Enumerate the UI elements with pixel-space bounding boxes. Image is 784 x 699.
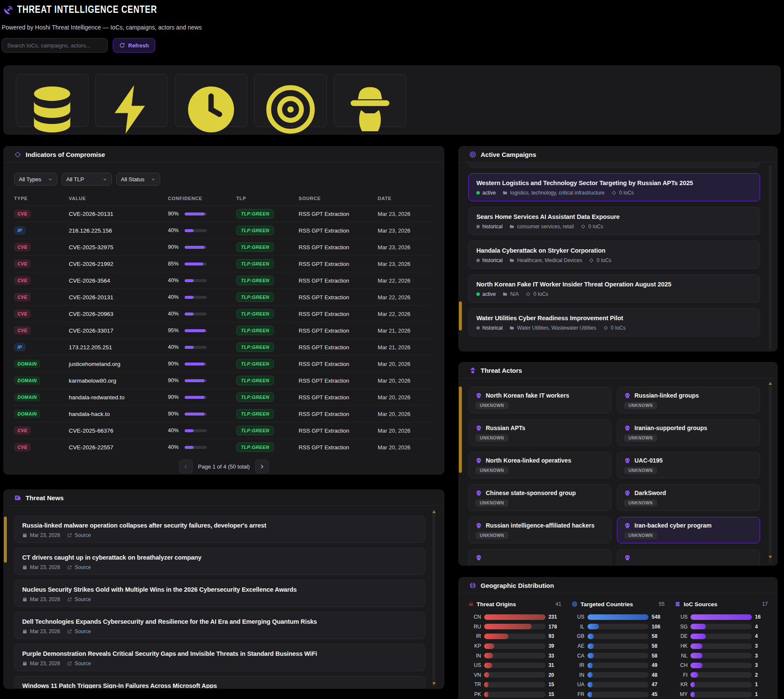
news-scrollbar[interactable] [432,509,435,687]
actor-card[interactable]: UAC-0195 UNKNOWN [617,452,760,478]
campaign-card[interactable]: Water Utilities Cyber Readiness Improvem… [468,308,760,336]
actor-card[interactable] [468,549,611,565]
type-badge: DOMAIN [14,376,40,385]
news-source-link[interactable]: Source [67,564,91,570]
scroll-up-arrow-icon[interactable] [432,510,436,513]
folder-icon [509,224,514,229]
scroll-down-arrow-icon[interactable] [432,682,436,685]
table-row[interactable]: CVE CVE-2026-21992 85% TLP:GREEN RSS GPT… [14,255,434,272]
news-card[interactable]: Windows 11 Patch Triggers Sign-In Failur… [14,676,425,688]
refresh-button[interactable]: Refresh [113,38,155,53]
ioc-date: Mar 20, 2026 [378,411,434,417]
type-badge: DOMAIN [14,360,40,368]
news-card[interactable]: Nucleus Security Strikes Gold with Multi… [14,580,425,607]
geo-bar-row: UA47 [572,680,665,690]
skull-icon [624,490,631,496]
scroll-down-arrow-icon[interactable] [769,556,772,558]
table-row[interactable]: DOMAIN karmabelow80.org 90% TLP:GREEN RS… [14,372,434,389]
pagination: Page 1 of 4 (50 total) [14,460,434,473]
bar [587,682,593,687]
table-row[interactable]: CVE CVE-2026-33017 95% TLP:GREEN RSS GPT… [14,322,434,339]
campaign-card[interactable]: Sears Home Services AI Assistant Data Ex… [468,207,760,235]
table-row[interactable]: DOMAIN handala-redwanted.to 90% TLP:GREE… [14,389,434,405]
news-source-link[interactable]: Source [67,532,91,538]
tlp-badge: TLP:GREEN [236,326,274,335]
skull-icon [476,457,482,464]
table-row[interactable]: CVE CVE-2026-20963 40% TLP:GREEN RSS GPT… [14,305,434,322]
table-row[interactable]: CVE CVE-2026-22557 40% TLP:GREEN RSS GPT… [14,439,434,455]
campaign-card[interactable]: North Korean Fake IT Worker Insider Thre… [468,274,760,303]
ioc-source: RSS GPT Extraction [299,394,378,401]
actor-card[interactable]: Russian APTs UNKNOWN [468,419,611,446]
actors-scrollbar-thumb[interactable] [459,386,462,473]
search-input[interactable] [2,38,108,53]
table-row[interactable]: CVE CVE-2026-20131 40% TLP:GREEN RSS GPT… [14,289,434,305]
ioc-value: CVE-2025-32975 [69,244,168,251]
target-icon [261,133,320,135]
confidence-pct: 90% [168,394,181,400]
table-row[interactable]: IP 173.212.205.251 40% TLP:GREEN RSS GPT… [14,339,434,355]
tlp-filter-select[interactable]: All TLP [62,173,112,186]
news-card[interactable]: Purple Demonstration Reveals Critical Se… [14,644,425,671]
confidence-bar [185,296,207,299]
news-card[interactable]: Dell Technologies Expands Cybersecurity … [14,612,425,639]
campaign-card[interactable]: Western Logistics and Technology Sector … [468,173,760,201]
ioc-source: RSS GPT Extraction [299,361,378,367]
geo-chart-targeted-countries: Targeted Countries 55 US548 IL106 GB58 A… [572,599,665,699]
news-source-link[interactable]: Source [67,661,91,667]
news-card[interactable]: Russia-linked malware operation collapse… [14,516,425,543]
table-row[interactable]: DOMAIN handala-hack.to 90% TLP:GREEN RSS… [14,405,434,422]
table-row[interactable]: IP 216.126.225.156 40% TLP:GREEN RSS GPT… [14,222,434,239]
next-page-button[interactable] [255,460,269,473]
campaign-iocs: 0 IoCs [596,257,611,263]
ioc-source: RSS GPT Extraction [299,227,378,234]
ioc-source: RSS GPT Extraction [299,411,378,417]
actor-card[interactable]: Russian-linked groups UNKNOWN [617,387,760,413]
crosshair-icon [589,258,594,263]
type-filter-select[interactable]: All Types [14,173,57,186]
geo-chart-ioc-sources: IoC Sources 17 US16 SG4 DE4 HK3 NL3 CH3 … [675,599,768,699]
actors-scrollbar[interactable] [769,381,772,563]
actor-card[interactable]: Iran-backed cyber program UNKNOWN [617,517,760,543]
actor-badge: UNKNOWN [624,434,657,442]
news-scrollbar-thumb[interactable] [4,516,7,563]
folder-icon [502,190,508,195]
type-badge: IP [14,226,26,235]
campaign-card[interactable]: active Technology, Cloud Services, Enter… [468,162,760,168]
geo-bar-row: IR93 [468,631,561,641]
table-row[interactable]: CVE CVE-2025-66376 40% TLP:GREEN RSS GPT… [14,422,434,439]
campaign-card[interactable]: Handala Cyberattack on Stryker Corporati… [468,241,760,269]
news-date: Mar 23, 2026 [30,532,60,538]
tlp-badge: TLP:GREEN [236,426,274,435]
actor-card[interactable]: Chinese state-sponsored group UNKNOWN [468,484,611,511]
scroll-up-arrow-icon[interactable] [769,382,772,385]
bar [484,624,531,629]
prev-page-button[interactable] [179,460,193,473]
ioc-value: CVE-2026-20131 [69,211,168,217]
actor-card[interactable]: DarkSword UNKNOWN [617,484,760,511]
confidence-pct: 90% [168,211,181,217]
campaigns-scrollbar[interactable] [769,165,772,349]
actor-card[interactable]: Russian intelligence-affiliated hackers … [468,517,611,543]
tlp-badge: TLP:GREEN [236,376,274,385]
table-row[interactable]: CVE CVE-2026-3564 40% TLP:GREEN RSS GPT … [14,272,434,289]
news-source-link[interactable]: Source [67,596,91,602]
actor-card[interactable] [617,549,760,565]
bar [690,634,706,639]
bar [587,614,649,620]
news-source-link[interactable]: Source [67,628,91,634]
news-card[interactable]: CT drivers caught up in cyberattack on b… [14,548,425,575]
type-badge: CVE [14,243,31,251]
status-filter-select[interactable]: All Status [116,173,160,186]
table-row[interactable]: CVE CVE-2025-32975 90% TLP:GREEN RSS GPT… [14,239,434,255]
campaign-title: Handala Cyberattack on Stryker Corporati… [476,246,752,255]
table-row[interactable]: DOMAIN justicehomeland.org 90% TLP:GREEN… [14,355,434,372]
actor-card[interactable]: North Korea-linked operatives UNKNOWN [468,452,611,478]
actor-card[interactable]: North Korean fake IT workers UNKNOWN [468,387,611,413]
campaigns-scrollbar-thumb[interactable] [459,301,462,330]
campaign-iocs: 0 IoCs [619,190,634,196]
table-row[interactable]: CVE CVE-2026-20131 90% TLP:GREEN RSS GPT… [14,205,434,222]
type-badge: CVE [14,260,31,268]
actor-card[interactable]: Iranian-supported groups UNKNOWN [617,419,760,446]
ioc-source: RSS GPT Extraction [299,428,378,434]
